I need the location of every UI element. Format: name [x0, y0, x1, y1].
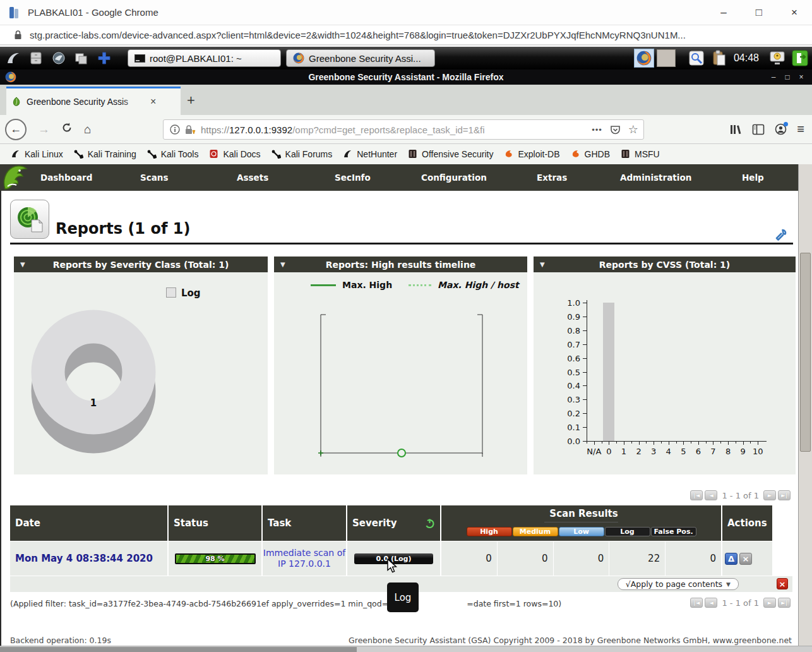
- urlbar[interactable]: https://127.0.0.1:9392/omp?cmd=get_repor…: [163, 119, 644, 140]
- prev-page-button[interactable]: ◄: [705, 598, 717, 608]
- delta-report-button[interactable]: Δ: [725, 553, 737, 565]
- apply-to-page-contents-button[interactable]: √Apply to page contents ▼: [618, 578, 739, 590]
- tab-greenbone[interactable]: Greenbone Security Assis ×: [6, 87, 181, 115]
- col-header-severity[interactable]: Severity: [347, 505, 440, 541]
- bookmark-msfu[interactable]: MSFU: [621, 149, 660, 159]
- nav-item-assets[interactable]: Assets: [237, 172, 268, 183]
- horizontal-scrollbar[interactable]: [0, 646, 812, 652]
- home-button[interactable]: ⌂: [84, 123, 91, 136]
- library-icon[interactable]: [729, 124, 742, 135]
- back-button[interactable]: ←: [5, 119, 27, 140]
- chrome-minimize-button[interactable]: –: [706, 0, 741, 25]
- panel-caret-icon[interactable]: ▼: [20, 261, 25, 268]
- taskbar-button-terminal[interactable]: root@PLABKALI01: ~: [128, 49, 281, 67]
- tray-logout-icon[interactable]: [791, 49, 809, 67]
- nav-item-secinfo[interactable]: SecInfo: [335, 172, 371, 183]
- chrome-url[interactable]: stg.practice-labs.com/device-advanced.as…: [30, 30, 686, 40]
- firefox-close-button[interactable]: ×: [794, 73, 808, 82]
- insecure-lock-icon[interactable]: [185, 124, 196, 135]
- pagination-bottom: |◄◄1 - 1 of 1►►|: [690, 598, 791, 608]
- nav-item-help[interactable]: Help: [742, 172, 764, 183]
- nav-item-administration[interactable]: Administration: [620, 172, 691, 183]
- vertical-scrollbar[interactable]: [798, 164, 812, 646]
- page-actions-icon[interactable]: •••: [592, 125, 602, 135]
- browser-icon[interactable]: [49, 49, 68, 67]
- workspaces-icon[interactable]: [72, 49, 91, 67]
- tray-firefox-icon[interactable]: [634, 49, 654, 68]
- panel-timeline-header[interactable]: ▼ Reports: High results timeline: [274, 257, 527, 272]
- col-header-date[interactable]: Date: [10, 505, 167, 541]
- tray-clipboard-icon[interactable]: [710, 49, 729, 67]
- medium-badge[interactable]: Medium: [513, 527, 558, 536]
- edit-dashboard-wrench-icon[interactable]: [774, 229, 787, 241]
- firefox-minimize-button[interactable]: –: [767, 73, 780, 82]
- last-page-button[interactable]: ►|: [778, 490, 791, 500]
- bookmark-ghdb[interactable]: GHDB: [571, 149, 610, 159]
- forward-button[interactable]: →: [38, 123, 50, 136]
- cvss-xtick-label: 7: [706, 447, 721, 456]
- horizontal-scrollbar-thumb[interactable]: [0, 647, 357, 652]
- false-pos-badge[interactable]: False Pos.: [651, 527, 696, 536]
- col-header-status[interactable]: Status: [169, 505, 261, 541]
- overrides-power-icon[interactable]: [424, 518, 435, 531]
- close-filter-button[interactable]: ×: [777, 578, 788, 589]
- add-workspace-icon[interactable]: [95, 49, 114, 67]
- legend-max-high-host: Max. High / host: [438, 280, 519, 290]
- file-manager-icon[interactable]: [27, 49, 45, 67]
- nav-item-configuration[interactable]: Configuration: [421, 172, 487, 183]
- tray-search-icon[interactable]: [687, 49, 706, 67]
- nav-item-extras[interactable]: Extras: [537, 172, 567, 183]
- menu-icon[interactable]: ≡: [797, 122, 804, 136]
- first-page-button[interactable]: |◄: [690, 490, 703, 500]
- account-icon-wrap: [775, 123, 787, 135]
- prev-page-button[interactable]: ◄: [705, 490, 717, 500]
- tab-close-icon[interactable]: ×: [150, 96, 156, 107]
- firefox-restore-button[interactable]: □: [780, 73, 794, 82]
- chrome-close-button[interactable]: ×: [777, 0, 812, 25]
- new-tab-button[interactable]: +: [187, 92, 195, 109]
- reload-button[interactable]: [61, 122, 73, 136]
- task-link[interactable]: Immediate scan of IP 127.0.0.1: [263, 541, 346, 576]
- log-badge[interactable]: Log: [605, 527, 650, 536]
- panel-caret-icon[interactable]: ▼: [280, 261, 285, 268]
- bookmark-kali-linux[interactable]: Kali Linux: [11, 149, 63, 159]
- panel-caret-icon[interactable]: ▼: [540, 261, 545, 268]
- bookmark-kali-training[interactable]: Kali Training: [74, 149, 136, 159]
- page-info-icon[interactable]: [170, 124, 180, 135]
- scan-subcol-high: High: [467, 522, 512, 541]
- tab-title: Greenbone Security Assis: [27, 97, 146, 107]
- next-page-button[interactable]: ►: [763, 598, 776, 608]
- col-header-task[interactable]: Task: [263, 505, 346, 541]
- legend-log-checkbox[interactable]: [166, 287, 176, 298]
- sidebar-icon[interactable]: [752, 124, 765, 135]
- bookmark-star-icon[interactable]: ☆: [628, 123, 638, 136]
- kali-menu-icon[interactable]: [4, 49, 23, 67]
- bookmark-exploit-db[interactable]: Exploit-DB: [504, 149, 559, 159]
- pocket-icon[interactable]: [610, 124, 621, 135]
- report-date-link[interactable]: Mon May 4 08:38:44 2020: [10, 541, 167, 576]
- tray-lock-screen-icon[interactable]: [768, 49, 787, 67]
- next-page-button[interactable]: ►: [763, 490, 776, 500]
- panel-cvss-header[interactable]: ▼ Reports by CVSS (Total: 1): [534, 257, 796, 272]
- taskbar-button-firefox[interactable]: Greenbone Security Assi...: [286, 49, 435, 67]
- nav-item-scans[interactable]: Scans: [140, 172, 168, 183]
- bookmark-nethunter[interactable]: NetHunter: [343, 149, 397, 159]
- bookmark-offensive-security[interactable]: Offensive Security: [408, 149, 493, 159]
- bookmark-kali-forums[interactable]: Kali Forums: [272, 149, 333, 159]
- bookmark-kali-tools[interactable]: Kali Tools: [147, 149, 199, 159]
- table-row: Mon May 4 08:38:44 2020 98 % Immediate s…: [10, 541, 792, 576]
- nav-item-dashboard[interactable]: Dashboard: [40, 172, 92, 183]
- delete-report-button[interactable]: ×: [739, 553, 752, 565]
- scrollbar-thumb[interactable]: [800, 253, 811, 452]
- chrome-maximize-button[interactable]: □: [741, 0, 777, 25]
- cvss-xtick: [609, 441, 609, 445]
- last-page-button[interactable]: ►|: [778, 598, 791, 608]
- timeline-legend: Max. High Max. High / host: [311, 280, 519, 290]
- panel-severity-class-header[interactable]: ▼ Reports by Severity Class (Total: 1): [14, 257, 268, 272]
- high-badge[interactable]: High: [467, 527, 512, 536]
- bookmark-kali-docs[interactable]: Kali Docs: [209, 149, 260, 159]
- cvss-ytick-label: 0.2: [558, 409, 580, 418]
- first-page-button[interactable]: |◄: [690, 598, 703, 608]
- offsec-icon: [408, 149, 418, 159]
- low-badge[interactable]: Low: [559, 527, 604, 536]
